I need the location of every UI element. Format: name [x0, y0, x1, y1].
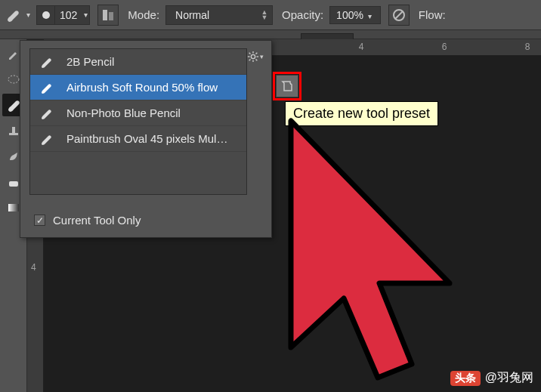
check-icon: ✓	[34, 215, 45, 226]
brush-icon[interactable]	[5, 7, 21, 23]
watermark: 头条 @羽兔网	[450, 370, 533, 386]
brush-panel-toggle-button[interactable]	[97, 5, 119, 26]
opacity-field[interactable]: 100% ▾	[329, 6, 381, 24]
ruler-tick: 8	[525, 42, 530, 52]
panel-menu-button[interactable]: ▾	[247, 48, 264, 65]
watermark-text: @羽兔网	[485, 370, 533, 386]
svg-line-16	[256, 53, 258, 54]
pressure-opacity-button[interactable]	[388, 5, 410, 26]
chevron-down-icon[interactable]: ▾	[82, 11, 89, 19]
blend-mode-select[interactable]: Normal ▲▼	[165, 5, 273, 25]
brush-icon	[38, 55, 56, 69]
preset-item[interactable]: Airbrush Soft Round 50% flow	[30, 75, 246, 100]
svg-rect-1	[103, 10, 107, 20]
watermark-badge: 头条	[450, 371, 481, 386]
svg-line-14	[249, 53, 251, 54]
svg-line-17	[249, 60, 251, 61]
brush-icon	[38, 81, 56, 94]
brush-preset-chevron-icon[interactable]: ▾	[24, 11, 32, 19]
preset-label: Paintbrush Oval 45 pixels Mul…	[66, 132, 227, 145]
highlight-ring	[273, 72, 301, 100]
svg-rect-7	[9, 181, 18, 187]
preset-list[interactable]: 2B Pencil Airbrush Soft Round 50% flow N…	[29, 48, 247, 195]
svg-point-4	[8, 76, 19, 83]
preset-item[interactable]: 2B Pencil	[30, 49, 246, 75]
ruler-tick: 4	[31, 262, 36, 273]
blend-mode-value: Normal	[166, 9, 257, 21]
svg-point-0	[42, 11, 50, 19]
current-tool-only-checkbox[interactable]: ✓ Current Tool Only	[34, 214, 141, 227]
tool-preset-panel: ▾ 2B Pencil Airbrush Soft Round 50% flow…	[20, 40, 272, 238]
brush-dot-icon	[37, 6, 55, 24]
preset-item[interactable]: Paintbrush Oval 45 pixels Mul…	[30, 126, 246, 152]
chevron-down-icon[interactable]: ▾	[366, 12, 374, 20]
svg-line-15	[256, 60, 258, 61]
brush-icon	[38, 106, 56, 120]
svg-rect-6	[12, 127, 15, 133]
ruler-tick: 4	[359, 42, 364, 52]
svg-rect-5	[9, 133, 18, 135]
preset-label: 2B Pencil	[66, 55, 114, 68]
options-bar: ▾ 102 ▾ Mode: Normal ▲▼ Opacity: 100% ▾ …	[0, 0, 541, 30]
svg-rect-2	[109, 12, 113, 20]
opacity-label: Opacity:	[282, 8, 323, 21]
create-new-preset-button[interactable]	[276, 75, 298, 97]
current-tool-only-label: Current Tool Only	[53, 214, 141, 227]
flow-label: Flow:	[419, 8, 446, 21]
svg-rect-8	[8, 204, 19, 211]
opacity-value: 100%	[336, 9, 363, 21]
brush-size-field[interactable]: 102 ▾	[36, 5, 90, 25]
brush-icon	[38, 132, 56, 146]
preset-label: Airbrush Soft Round 50% flow	[66, 81, 218, 94]
stepper-icon: ▲▼	[257, 10, 272, 20]
ruler-tick: 6	[442, 42, 447, 52]
svg-point-9	[251, 54, 255, 58]
preset-label: Non-Photo Blue Pencil	[66, 106, 181, 119]
preset-item[interactable]: Non-Photo Blue Pencil	[30, 100, 246, 126]
thin-bar	[0, 30, 541, 39]
mode-label: Mode:	[128, 8, 159, 21]
tooltip: Create new tool preset	[285, 101, 438, 126]
brush-size-value[interactable]: 102	[55, 7, 82, 23]
